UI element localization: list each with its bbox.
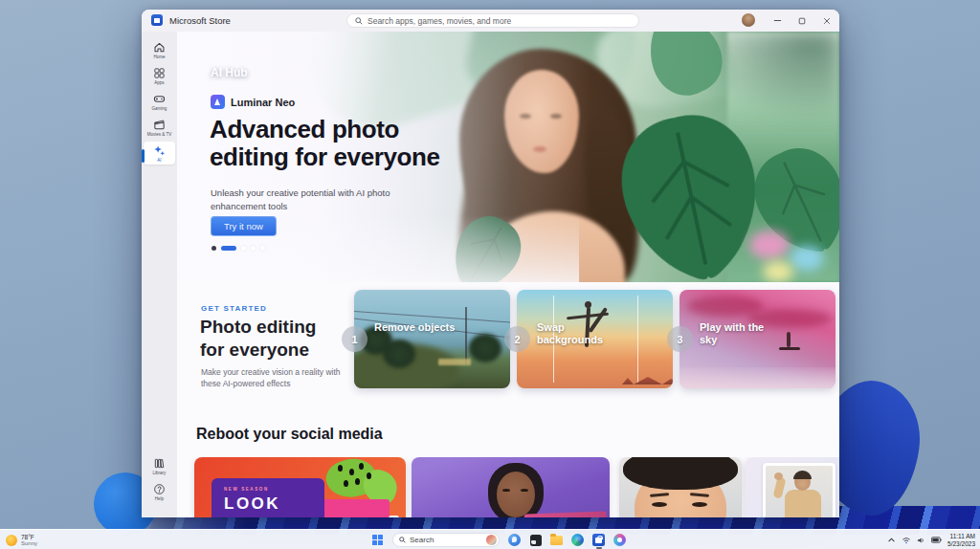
store-app-icon — [151, 14, 163, 26]
carousel-dots[interactable] — [212, 246, 265, 251]
get-started-title: Photo editing for everyone — [200, 316, 316, 362]
maximize-icon — [798, 17, 806, 25]
store-search-input[interactable]: Search apps, games, movies, and more — [346, 13, 639, 28]
social-card-look-promo[interactable]: NEW SEASON LOOK — [194, 457, 406, 517]
card-label: Swap backgrounds — [537, 321, 619, 346]
taskbar-search-label: Search — [410, 536, 482, 544]
clapperboard-icon — [153, 119, 166, 131]
maximize-button[interactable] — [790, 10, 814, 32]
selected-indicator — [142, 149, 145, 163]
carousel-dot[interactable] — [251, 246, 256, 251]
weather-temp: 78°F — [21, 534, 37, 540]
store-search-placeholder: Search apps, games, movies, and more — [368, 16, 511, 26]
camera-app-icon — [389, 516, 399, 517]
social-card-selfie[interactable] — [619, 457, 742, 517]
gamepad-icon — [153, 93, 166, 105]
hero-banner[interactable]: AI Hub Luminar Neo Advanced photo editin… — [177, 32, 839, 282]
sunny-weather-icon — [6, 535, 17, 546]
taskbar-item-terminal[interactable] — [529, 534, 542, 546]
sidebar-item-ai[interactable]: AI — [144, 142, 175, 165]
sidebar-item-gaming[interactable]: Gaming — [144, 90, 175, 113]
featured-app[interactable]: Luminar Neo — [211, 95, 295, 109]
hero-title: Advanced photo editing for everyone — [210, 116, 440, 171]
get-started-cards: 1 Remove objects 2 — [354, 290, 835, 388]
store-content: AI Hub Luminar Neo Advanced photo editin… — [177, 32, 839, 517]
section-title-social: Reboot your social media — [196, 426, 383, 443]
social-card-video-call[interactable] — [746, 457, 839, 517]
help-icon — [153, 483, 166, 495]
taskbar-item-bing[interactable] — [508, 534, 521, 546]
photos-icon — [613, 534, 626, 546]
carousel-dot[interactable] — [260, 246, 265, 251]
close-icon — [823, 17, 831, 25]
battery-icon[interactable] — [931, 537, 942, 543]
carousel-dot[interactable] — [241, 246, 246, 251]
carousel-dot[interactable] — [212, 246, 216, 251]
edge-icon — [571, 534, 584, 546]
library-icon — [153, 457, 166, 470]
microsoft-store-window: Microsoft Store Search apps, games, movi… — [142, 10, 839, 517]
search-highlight-image — [486, 535, 497, 545]
promo-title: LOOK — [224, 494, 280, 514]
sidebar-item-library[interactable]: Library — [144, 454, 175, 477]
page-title: AI Hub — [211, 66, 248, 79]
window-title: Microsoft Store — [169, 15, 231, 26]
card-label: Remove objects — [374, 321, 457, 334]
social-card-portrait-cutout[interactable] — [412, 457, 610, 517]
ai-sparkles-icon — [153, 144, 166, 157]
hero-subtitle: Unleash your creative potential with AI … — [211, 187, 398, 213]
get-started-eyebrow: GET STARTED — [201, 304, 267, 313]
search-icon — [399, 537, 406, 543]
minimize-button[interactable] — [765, 10, 790, 32]
windows-logo-icon — [372, 535, 383, 545]
home-icon — [153, 41, 166, 54]
luminar-neo-icon — [211, 95, 225, 109]
taskbar: 78°F Sunny Search — [0, 529, 980, 549]
search-icon — [355, 17, 363, 25]
close-button[interactable] — [814, 10, 839, 32]
desktop: Microsoft Store Search apps, games, movi… — [0, 0, 980, 549]
weather-widget[interactable]: 78°F Sunny — [6, 532, 37, 548]
weather-condition: Sunny — [21, 540, 37, 547]
titlebar[interactable]: Microsoft Store Search apps, games, movi… — [142, 10, 839, 32]
store-nav-rail: Home Apps Gaming Movies & TV — [142, 32, 177, 517]
sidebar-item-apps[interactable]: Apps — [144, 64, 175, 87]
microsoft-store-icon — [592, 534, 605, 546]
step-number-badge: 1 — [342, 326, 368, 352]
speaker-icon[interactable] — [917, 537, 925, 544]
taskbar-clock[interactable]: 11:11 AM 5/23/2023 — [947, 533, 975, 547]
step-number-badge: 2 — [504, 326, 530, 352]
wifi-icon[interactable] — [902, 537, 911, 544]
apps-grid-icon — [153, 67, 166, 79]
taskbar-item-edge[interactable] — [571, 534, 584, 546]
featured-app-name: Luminar Neo — [231, 97, 295, 108]
card-remove-objects[interactable]: 1 Remove objects — [354, 290, 510, 388]
try-it-now-button[interactable]: Try it now — [211, 216, 277, 236]
taskbar-item-file-explorer[interactable] — [550, 534, 563, 546]
bing-icon — [508, 534, 521, 546]
sidebar-item-home[interactable]: Home — [144, 38, 175, 61]
account-avatar[interactable] — [742, 13, 755, 27]
taskbar-item-store[interactable] — [592, 534, 605, 546]
minimize-icon — [773, 16, 782, 25]
card-play-with-sky[interactable]: 3 Play with the sky — [679, 290, 835, 388]
taskbar-search[interactable]: Search — [392, 533, 500, 547]
sidebar-item-help[interactable]: Help — [144, 480, 175, 503]
promo-eyebrow: NEW SEASON — [224, 487, 269, 492]
social-cards-row: NEW SEASON LOOK — [177, 457, 839, 517]
get-started-subtitle: Make your creative vision a reality with… — [201, 366, 345, 389]
terminal-icon — [530, 535, 542, 546]
card-label: Play with the sky — [700, 321, 782, 346]
carousel-dot-active[interactable] — [221, 246, 236, 251]
clock-date: 5/23/2023 — [947, 540, 975, 548]
file-explorer-icon — [550, 536, 563, 545]
tray-chevron-up-icon[interactable] — [887, 537, 896, 543]
taskbar-item-photos[interactable] — [613, 534, 626, 546]
clock-time: 11:11 AM — [947, 533, 975, 540]
step-number-badge: 3 — [667, 326, 693, 352]
sidebar-item-movies-tv[interactable]: Movies & TV — [144, 116, 175, 139]
start-button[interactable] — [371, 534, 384, 546]
card-swap-backgrounds[interactable]: 2 Swap backgrounds — [517, 290, 673, 388]
